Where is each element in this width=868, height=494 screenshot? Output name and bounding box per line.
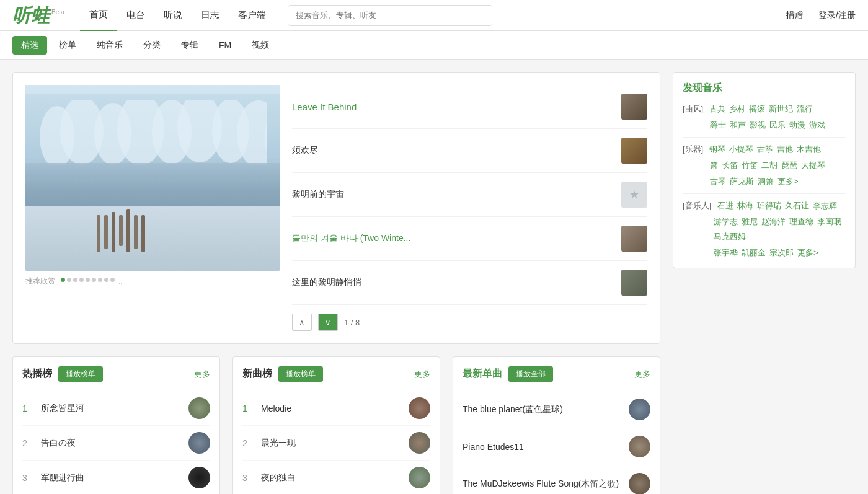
latest-item-1[interactable]: The blue planet(蓝色星球) (463, 391, 650, 428)
artist-zongcilang[interactable]: 宗次郎 (769, 247, 794, 258)
search-input[interactable] (288, 5, 492, 26)
inst-dongxiao[interactable]: 洞箫 (758, 176, 774, 187)
subnav-zhuanji[interactable]: 专辑 (172, 36, 207, 55)
inst-more[interactable]: 更多> (777, 176, 799, 187)
new-chart: 新曲榜 播放榜单 更多 1 Melodie 2 晨光一现 3 夜的独白 (232, 356, 440, 494)
artist-zhaohy[interactable]: 赵海洋 (761, 216, 786, 227)
artist-linhai[interactable]: 林海 (737, 200, 753, 211)
latest-header: 最新单曲 播放全部 更多 (463, 366, 650, 382)
song-thumb-2 (621, 138, 647, 164)
logo-beta: Beta (51, 9, 64, 15)
artist-more[interactable]: 更多> (797, 247, 818, 258)
genre-film[interactable]: 影视 (750, 120, 766, 131)
artist-bandari[interactable]: 班得瑞 (757, 200, 781, 211)
song-item-3[interactable]: 黎明前的宇宙 ★ (292, 173, 647, 217)
latest-more[interactable]: 更多 (634, 369, 650, 380)
genre-row: [曲风] 古典 乡村 摇滚 新世纪 流行 (683, 104, 846, 115)
inst-piano[interactable]: 钢琴 (709, 144, 725, 155)
new-item-2[interactable]: 2 晨光一现 (242, 426, 430, 461)
divider-1 (683, 137, 846, 138)
subnav-video[interactable]: 视频 (243, 36, 278, 55)
artist-jiushirang[interactable]: 久石让 (785, 200, 809, 211)
inst-guqin[interactable]: 古琴 (710, 176, 726, 187)
new-thumb-2 (409, 432, 430, 454)
subnav-fenlei[interactable]: 分类 (135, 36, 169, 55)
artist-row: [音乐人] 石进 林海 班得瑞 久石让 李志辉 (683, 200, 846, 211)
artist-zhangych[interactable]: 张宇桦 (714, 247, 738, 258)
new-item-1[interactable]: 1 Melodie (242, 391, 430, 426)
subnav-bangdan[interactable]: 榜单 (50, 36, 85, 55)
inst-bambooflute[interactable]: 竹笛 (742, 160, 758, 171)
latest-item-2[interactable]: Piano Etudes11 (463, 428, 650, 465)
genre-jazz[interactable]: 爵士 (710, 120, 726, 131)
featured-caption: 推荐欣赏 ... (25, 276, 280, 286)
artist-shijin[interactable]: 石进 (717, 200, 733, 211)
inst-erhu[interactable]: 二胡 (761, 160, 777, 171)
artist-label: [音乐人] (683, 200, 711, 211)
hot-item-3[interactable]: 3 军舰进行曲 (22, 461, 210, 494)
nav-radio[interactable]: 电台 (117, 0, 154, 31)
genre-rock[interactable]: 摇滚 (749, 104, 765, 115)
subnav-jingxuan[interactable]: 精选 (12, 36, 47, 55)
instrument-row3: 古琴 萨克斯 洞箫 更多> (710, 176, 846, 187)
inst-acguitar[interactable]: 木吉他 (797, 144, 821, 155)
latest-song-3: The MuDJekeewis Flute Song(木笛之歌) (463, 479, 622, 490)
genre-folk[interactable]: 民乐 (769, 120, 786, 131)
new-chart-title: 新曲榜 (242, 368, 272, 381)
artist-maksim[interactable]: 马克西姆 (714, 231, 746, 242)
donate-link[interactable]: 捐赠 (786, 10, 803, 21)
subnav-chunyinyue[interactable]: 纯音乐 (88, 36, 131, 55)
genre-newage[interactable]: 新世纪 (769, 104, 793, 115)
genre-classical[interactable]: 古典 (709, 104, 725, 115)
hot-thumb-3 (188, 467, 210, 488)
artist-youxuezhi[interactable]: 游学志 (714, 216, 738, 227)
inst-guzheng[interactable]: 古筝 (757, 144, 773, 155)
song-list: Leave It Behind 须欢尽 黎明前的宇宙 ★ 둘만의 겨울 바다 (… (292, 85, 647, 331)
artist-yani[interactable]: 雅尼 (742, 216, 758, 227)
new-item-3[interactable]: 3 夜的独白 (242, 461, 430, 494)
inst-violin[interactable]: 小提琴 (729, 144, 753, 155)
subnav-fm[interactable]: FM (210, 37, 240, 54)
hot-thumb-1 (188, 397, 210, 419)
login-link[interactable]: 登录/注册 (818, 10, 856, 21)
nav-diary[interactable]: 日志 (192, 0, 229, 31)
nav-client[interactable]: 客户端 (229, 0, 275, 31)
logo[interactable]: 听蛙 Beta (12, 6, 64, 25)
hot-item-2[interactable]: 2 告白の夜 (22, 426, 210, 461)
latest-item-3[interactable]: The MuDJekeewis Flute Song(木笛之歌) (463, 465, 650, 494)
new-song-3: 夜的独白 (261, 472, 402, 483)
artist-liyunmin[interactable]: 李闰珉 (817, 216, 841, 227)
song-item-1[interactable]: Leave It Behind (292, 85, 647, 129)
artist-karryjin[interactable]: 凯丽金 (742, 247, 766, 258)
hot-play-btn[interactable]: 播放榜单 (58, 366, 103, 382)
inst-xiao[interactable]: 箫 (710, 160, 718, 171)
genre-pop[interactable]: 流行 (797, 104, 813, 115)
genre-country[interactable]: 乡村 (729, 104, 745, 115)
genre-anime[interactable]: 动漫 (789, 120, 805, 131)
song-item-5[interactable]: 这里的黎明静悄悄 (292, 261, 647, 305)
next-page-btn[interactable]: ∨ (318, 314, 338, 331)
latest-play-btn[interactable]: 播放全部 (508, 366, 553, 382)
nav-tingsuo[interactable]: 听说 (154, 0, 192, 31)
prev-page-btn[interactable]: ∧ (292, 314, 312, 331)
inst-guitar[interactable]: 吉他 (777, 144, 793, 155)
genre-game[interactable]: 游戏 (809, 120, 825, 131)
divider-2 (683, 193, 846, 194)
hot-item-1[interactable]: 1 所念皆星河 (22, 391, 210, 426)
genre-chorus[interactable]: 和声 (730, 120, 746, 131)
new-more[interactable]: 更多 (414, 369, 430, 380)
new-play-btn[interactable]: 播放榜单 (278, 366, 323, 382)
inst-pipa[interactable]: 琵琶 (781, 160, 797, 171)
main-content: 推荐欣赏 ... (0, 60, 868, 494)
artist-lizhihui[interactable]: 李志辉 (813, 200, 837, 211)
nav-home[interactable]: 首页 (80, 0, 117, 31)
inst-flute[interactable]: 长笛 (722, 160, 738, 171)
artist-richard[interactable]: 理查德 (789, 216, 813, 227)
inst-cello[interactable]: 大提琴 (801, 160, 825, 171)
song-item-4[interactable]: 둘만의 겨울 바다 (Two Winte... (292, 217, 647, 261)
song-item-2[interactable]: 须欢尽 (292, 129, 647, 173)
hot-more[interactable]: 更多 (194, 369, 210, 380)
inst-saxophone[interactable]: 萨克斯 (730, 176, 754, 187)
song-pagination: ∧ ∨ 1 / 8 (292, 305, 647, 331)
latest-thumb-2 (629, 436, 650, 457)
